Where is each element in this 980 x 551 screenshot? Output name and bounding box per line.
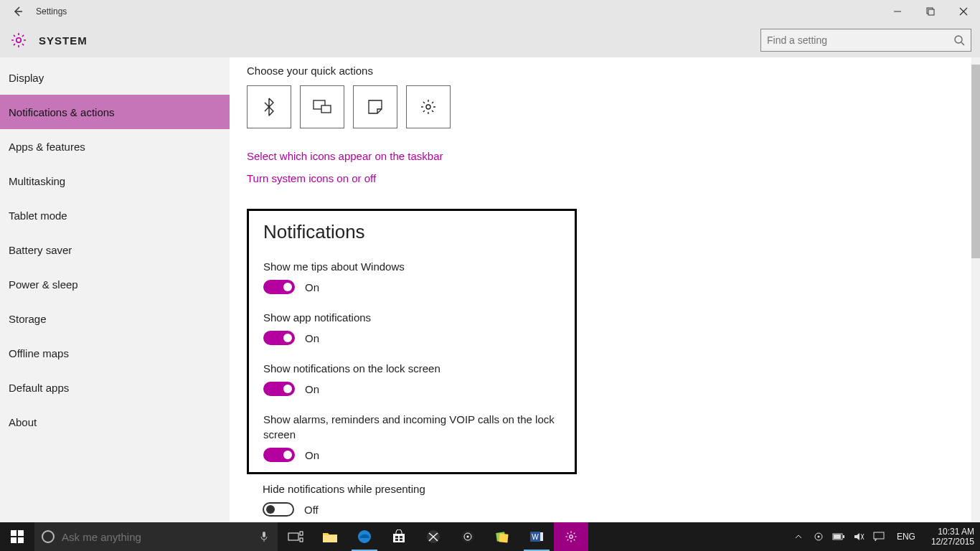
system-tray: ENG (786, 522, 925, 551)
sidebar-item-display[interactable]: Display (0, 60, 230, 95)
scrollbar-thumb[interactable] (971, 65, 980, 258)
titlebar: Settings (0, 0, 980, 23)
sidebar: Display Notifications & actions Apps & f… (0, 57, 230, 522)
svg-rect-9 (321, 105, 331, 113)
toggle-state: On (305, 281, 319, 293)
minimize-button[interactable] (881, 0, 914, 23)
sidebar-item-multitasking[interactable]: Multitasking (0, 164, 230, 198)
quick-actions-heading: Choose your quick actions (247, 65, 963, 77)
svg-point-37 (817, 536, 819, 538)
toggle-label: Show me tips about Windows (263, 259, 560, 274)
taskbar-app-settings[interactable] (554, 522, 588, 551)
taskbar-app-groove[interactable] (451, 522, 485, 551)
windows-icon (11, 530, 24, 543)
link-system-icons[interactable]: Turn system icons on or off (247, 172, 376, 184)
taskbar-app-edge[interactable] (347, 522, 382, 551)
sidebar-item-default-apps[interactable]: Default apps (0, 370, 230, 405)
svg-rect-16 (288, 533, 298, 540)
vertical-scrollbar[interactable] (971, 57, 980, 522)
sidebar-item-battery-saver[interactable]: Battery saver (0, 232, 230, 267)
sidebar-item-label: Storage (9, 313, 47, 325)
battery-icon[interactable] (832, 530, 845, 543)
sidebar-item-label: Power & sleep (9, 278, 78, 291)
start-button[interactable] (0, 522, 34, 551)
location-icon[interactable] (812, 530, 825, 543)
quick-action-settings[interactable] (406, 85, 451, 128)
quick-actions-row (247, 85, 963, 128)
taskbar-clock[interactable]: 10:31 AM 12/27/2015 (925, 522, 980, 551)
gear-icon (9, 30, 29, 50)
toggle-tips: Show me tips about Windows On (263, 259, 560, 294)
quick-action-note[interactable] (353, 85, 397, 128)
svg-rect-40 (834, 534, 841, 539)
svg-rect-22 (395, 536, 398, 538)
search-box[interactable] (760, 29, 971, 52)
tray-overflow-button[interactable] (792, 530, 805, 543)
taskbar-app-file-explorer[interactable] (313, 522, 347, 551)
sidebar-item-about[interactable]: About (0, 405, 230, 439)
sidebar-item-offline-maps[interactable]: Offline maps (0, 336, 230, 370)
search-icon (953, 34, 965, 46)
taskbar-app-store[interactable] (382, 522, 416, 551)
toggle-alarms-voip: Show alarms, reminders and incoming VOIP… (263, 412, 560, 462)
svg-point-35 (570, 535, 573, 539)
content-area: Choose your quick actions Select (230, 57, 980, 522)
project-icon (313, 100, 331, 114)
language-indicator[interactable]: ENG (892, 532, 920, 542)
svg-rect-31 (499, 533, 508, 542)
word-icon: W (529, 529, 544, 544)
close-button[interactable] (947, 0, 980, 23)
svg-rect-2 (928, 9, 934, 15)
svg-rect-17 (300, 532, 303, 535)
groove-icon (461, 529, 475, 544)
toggle-switch[interactable] (263, 448, 295, 462)
quick-action-bluetooth[interactable] (247, 85, 291, 128)
volume-icon[interactable] (852, 530, 865, 543)
sidebar-item-label: Battery saver (9, 244, 72, 256)
window-title: Settings (36, 6, 67, 17)
sidebar-item-label: Offline maps (9, 347, 69, 359)
maximize-button[interactable] (914, 0, 947, 23)
toggle-hide-presenting: Hide notifications while presenting Off (247, 474, 963, 517)
taskbar: W ENG 10:31 AM 12/27/2015 (0, 522, 980, 551)
toggle-app-notifications: Show app notifications On (263, 310, 560, 345)
sidebar-item-label: Notifications & actions (9, 106, 115, 118)
note-icon (367, 99, 383, 115)
sidebar-item-apps-features[interactable]: Apps & features (0, 129, 230, 164)
breadcrumb: SYSTEM (39, 34, 88, 47)
notifications-highlight-box: Notifications Show me tips about Windows… (247, 209, 577, 474)
toggle-label: Hide notifications while presenting (263, 481, 564, 496)
taskbar-search[interactable] (34, 522, 278, 551)
svg-rect-13 (11, 537, 17, 543)
taskbar-app-word[interactable]: W (519, 522, 554, 551)
task-view-button[interactable] (278, 522, 313, 551)
toggle-switch[interactable] (263, 331, 295, 345)
svg-rect-23 (400, 536, 402, 538)
toggle-switch[interactable] (263, 502, 294, 517)
svg-rect-12 (18, 530, 24, 536)
taskbar-search-input[interactable] (62, 531, 250, 543)
sidebar-item-label: Default apps (9, 382, 69, 394)
toggle-state: On (305, 449, 319, 461)
sidebar-item-tablet-mode[interactable]: Tablet mode (0, 198, 230, 232)
toggle-switch[interactable] (263, 382, 295, 396)
taskbar-app-xbox[interactable] (416, 522, 451, 551)
svg-point-10 (426, 105, 430, 109)
quick-action-project[interactable] (300, 85, 344, 128)
notes-icon (495, 529, 509, 544)
svg-point-5 (17, 38, 21, 42)
bluetooth-icon (262, 98, 276, 116)
search-input[interactable] (767, 34, 953, 46)
svg-line-7 (961, 42, 964, 45)
sidebar-item-storage[interactable]: Storage (0, 301, 230, 336)
microphone-icon[interactable] (258, 530, 270, 543)
link-taskbar-icons[interactable]: Select which icons appear on the taskbar (247, 150, 443, 162)
svg-rect-14 (18, 537, 24, 543)
taskbar-app-sticky-notes[interactable] (485, 522, 519, 551)
action-center-icon[interactable] (872, 530, 885, 543)
sidebar-item-power-sleep[interactable]: Power & sleep (0, 267, 230, 301)
sidebar-item-notifications-actions[interactable]: Notifications & actions (0, 95, 230, 129)
clock-date: 12/27/2015 (931, 537, 974, 547)
back-button[interactable] (7, 0, 29, 23)
toggle-switch[interactable] (263, 280, 295, 294)
